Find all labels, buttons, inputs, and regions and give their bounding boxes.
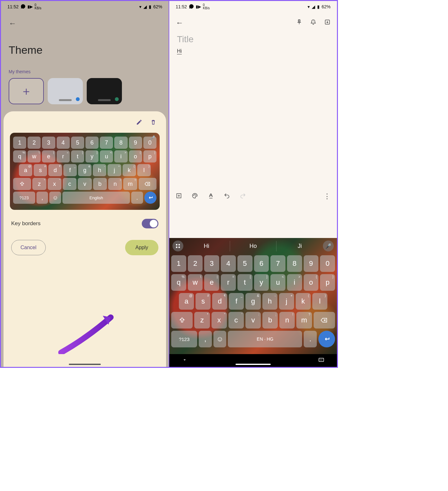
emoji-key[interactable]: ☺ xyxy=(49,192,61,204)
nav-pill[interactable] xyxy=(69,364,101,365)
key-4[interactable]: 4 xyxy=(221,255,236,272)
key-u[interactable]: u< xyxy=(270,274,285,291)
key-9[interactable]: 9 xyxy=(129,137,142,149)
palette-icon[interactable] xyxy=(192,193,198,201)
key-r[interactable]: r= xyxy=(221,274,236,291)
key-0[interactable]: 0 xyxy=(320,255,335,272)
key-c[interactable]: c' xyxy=(228,312,244,329)
key-q[interactable]: q% xyxy=(13,150,26,162)
key-6[interactable]: 6 xyxy=(85,137,99,149)
key-l[interactable]: l) xyxy=(312,293,327,310)
key-d[interactable]: d₹ xyxy=(48,164,62,176)
theme-tile-dark[interactable] xyxy=(87,78,122,104)
key-9[interactable]: 9 xyxy=(304,255,319,272)
key-v[interactable]: v: xyxy=(245,312,261,329)
key-a[interactable]: a@ xyxy=(179,293,194,310)
key-7[interactable]: 7 xyxy=(270,255,285,272)
key-w[interactable]: w\ xyxy=(28,150,41,162)
key-g[interactable]: g& xyxy=(78,164,92,176)
key-p[interactable]: p} xyxy=(320,274,335,291)
key-k[interactable]: k( xyxy=(123,164,136,176)
key-n[interactable]: n! xyxy=(279,312,295,329)
key-a[interactable]: a@ xyxy=(19,164,32,176)
key-i[interactable]: i> xyxy=(114,150,127,162)
key-8[interactable]: 8 xyxy=(287,255,302,272)
reminder-icon[interactable] xyxy=(310,19,316,27)
key-x[interactable]: x" xyxy=(48,178,61,190)
suggestion-1[interactable]: Hi xyxy=(183,241,230,251)
backspace-key[interactable] xyxy=(139,178,156,190)
key-m[interactable]: m? xyxy=(123,178,137,190)
key-w[interactable]: w\ xyxy=(188,274,203,291)
symbols-key[interactable]: ?123 xyxy=(13,192,35,204)
comma-key[interactable]: , xyxy=(199,331,212,347)
delete-icon[interactable] xyxy=(150,119,156,127)
add-theme-tile[interactable]: ＋ xyxy=(9,78,44,104)
period-key[interactable]: . xyxy=(304,331,317,347)
key-5[interactable]: 5 xyxy=(237,255,252,272)
key-6[interactable]: 6 xyxy=(254,255,269,272)
key-5[interactable]: 5 xyxy=(71,137,84,149)
pin-icon[interactable] xyxy=(296,19,302,27)
more-icon[interactable]: ⋮ xyxy=(324,192,331,201)
key-i[interactable]: i> xyxy=(287,274,302,291)
back-button[interactable]: ← xyxy=(9,19,16,28)
mic-icon[interactable]: 🎤 xyxy=(323,241,334,251)
key-3[interactable]: 3 xyxy=(204,255,219,272)
undo-icon[interactable] xyxy=(224,193,230,201)
redo-icon[interactable] xyxy=(240,193,246,201)
key-3[interactable]: 3 xyxy=(42,137,55,149)
key-u[interactable]: u< xyxy=(100,150,113,162)
text-format-icon[interactable] xyxy=(208,193,214,201)
key-t[interactable]: t[ xyxy=(71,150,84,162)
enter-key[interactable] xyxy=(318,331,335,347)
nav-pill[interactable] xyxy=(236,364,271,365)
key-f[interactable]: f_ xyxy=(229,293,244,310)
key-1[interactable]: 1 xyxy=(13,137,26,149)
key-b[interactable]: b; xyxy=(93,178,107,190)
key-n[interactable]: n! xyxy=(108,178,122,190)
nav-keyboard-switch-icon[interactable] xyxy=(318,358,324,363)
apply-button[interactable]: Apply xyxy=(125,240,158,255)
space-key[interactable]: English xyxy=(62,192,130,204)
comma-key[interactable]: , xyxy=(36,192,48,204)
key-m[interactable]: m? xyxy=(296,312,312,329)
key-o[interactable]: o{ xyxy=(129,150,142,162)
suggestion-2[interactable]: Ho xyxy=(230,241,276,251)
cancel-button[interactable]: Cancel xyxy=(11,240,46,255)
key-1[interactable]: 1 xyxy=(171,255,186,272)
key-o[interactable]: o{ xyxy=(304,274,319,291)
key-g[interactable]: g& xyxy=(245,293,260,310)
backspace-key[interactable] xyxy=(314,312,335,329)
key-s[interactable]: s# xyxy=(34,164,47,176)
key-r[interactable]: r= xyxy=(57,150,70,162)
key-p[interactable]: p} xyxy=(143,150,156,162)
shift-key[interactable] xyxy=(13,178,31,190)
key-borders-toggle[interactable] xyxy=(142,219,158,228)
theme-tile-light[interactable] xyxy=(48,78,83,104)
key-x[interactable]: x" xyxy=(212,312,227,329)
space-key[interactable]: EN · HG xyxy=(228,331,302,347)
shift-key[interactable] xyxy=(171,312,193,329)
note-body-text[interactable]: Hi xyxy=(177,48,182,54)
key-f[interactable]: f_ xyxy=(63,164,77,176)
key-4[interactable]: 4 xyxy=(57,137,70,149)
emoji-key[interactable]: ☺ xyxy=(213,331,227,347)
key-y[interactable]: y] xyxy=(254,274,269,291)
key-0[interactable]: 0 xyxy=(143,137,156,149)
symbols-key[interactable]: ?123 xyxy=(171,331,197,347)
key-z[interactable]: z* xyxy=(32,178,46,190)
key-8[interactable]: 8 xyxy=(114,137,127,149)
key-c[interactable]: c' xyxy=(63,178,76,190)
key-d[interactable]: d₹ xyxy=(212,293,227,310)
key-s[interactable]: s# xyxy=(196,293,211,310)
key-q[interactable]: q% xyxy=(171,274,186,291)
key-l[interactable]: l) xyxy=(137,164,151,176)
enter-key[interactable] xyxy=(144,192,156,204)
note-title-input[interactable]: Title xyxy=(177,34,329,44)
add-box-icon[interactable] xyxy=(176,193,182,201)
edit-icon[interactable] xyxy=(136,119,142,127)
key-k[interactable]: k( xyxy=(296,293,311,310)
key-2[interactable]: 2 xyxy=(188,255,203,272)
key-2[interactable]: 2 xyxy=(28,137,41,149)
